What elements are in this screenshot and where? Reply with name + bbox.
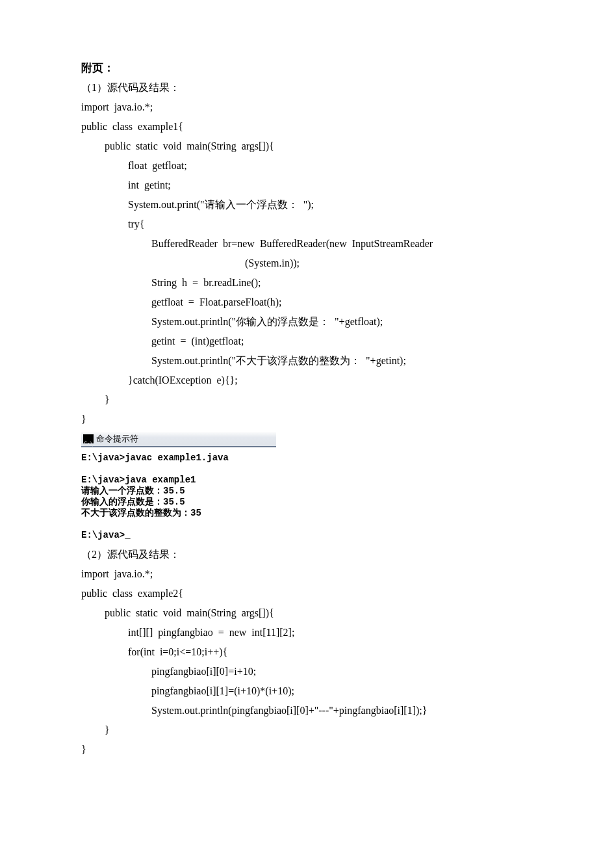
code-line: } bbox=[81, 720, 536, 740]
code-line: for(int i=0;i<=10;i++){ bbox=[81, 642, 536, 662]
code-line: public class example1{ bbox=[81, 117, 536, 137]
code-line: getfloat = Float.parseFloat(h); bbox=[81, 293, 536, 312]
code-line: public class example2{ bbox=[81, 584, 536, 603]
command-prompt-titlebar: 命令提示符 bbox=[81, 432, 276, 447]
code-line: System.out.println("你输入的浮点数是： "+getfloat… bbox=[81, 312, 536, 332]
section-1-title: （1）源代码及结果： bbox=[81, 78, 536, 98]
code-line: } bbox=[81, 410, 536, 429]
code-line: } bbox=[81, 740, 536, 759]
code-line: import java.io.*; bbox=[81, 564, 536, 584]
section-2-title: （2）源代码及结果： bbox=[81, 545, 536, 564]
document-page: 附页： （1）源代码及结果： import java.io.*; public … bbox=[0, 0, 536, 759]
code-line: }catch(IOException e){}; bbox=[81, 371, 536, 390]
code-line: } bbox=[81, 390, 536, 410]
code-block-2: import java.io.*; public class example2{… bbox=[81, 564, 536, 759]
code-line: public static void main(String args[]){ bbox=[81, 603, 536, 623]
code-line: public static void main(String args[]){ bbox=[81, 137, 536, 156]
appendix-heading: 附页： bbox=[81, 59, 536, 78]
code-line: System.out.print("请输入一个浮点数： "); bbox=[81, 195, 536, 215]
command-prompt-window: 命令提示符 E:\java>javac example1.java E:\jav… bbox=[81, 432, 276, 541]
code-line: getint = (int)getfloat; bbox=[81, 332, 536, 351]
command-prompt-output: E:\java>javac example1.java E:\java>java… bbox=[81, 447, 276, 541]
code-line: try{ bbox=[81, 215, 536, 234]
code-line: (System.in)); bbox=[81, 254, 536, 273]
code-line: pingfangbiao[i][0]=i+10; bbox=[81, 662, 536, 681]
code-line: BufferedReader br=new BufferedReader(new… bbox=[81, 234, 536, 254]
code-line: import java.io.*; bbox=[81, 98, 536, 117]
code-block-1: import java.io.*; public class example1{… bbox=[81, 98, 536, 429]
command-prompt-icon bbox=[83, 434, 94, 443]
command-prompt-title: 命令提示符 bbox=[96, 429, 138, 449]
code-line: int[][] pingfangbiao = new int[11][2]; bbox=[81, 623, 536, 642]
code-line: float getfloat; bbox=[81, 156, 536, 176]
code-line: pingfangbiao[i][1]=(i+10)*(i+10); bbox=[81, 681, 536, 701]
code-line: System.out.println(pingfangbiao[i][0]+"-… bbox=[81, 701, 536, 720]
code-line: System.out.println("不大于该浮点数的整数为： "+getin… bbox=[81, 351, 536, 371]
code-line: int getint; bbox=[81, 176, 536, 195]
code-line: String h = br.readLine(); bbox=[81, 273, 536, 293]
